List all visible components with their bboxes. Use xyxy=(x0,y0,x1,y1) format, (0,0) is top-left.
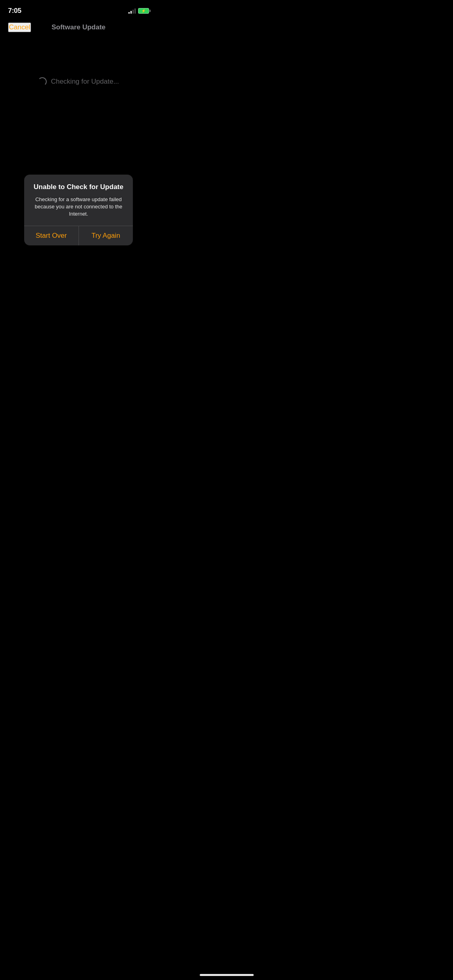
alert-buttons: Start Over Try Again xyxy=(24,226,133,245)
alert-message: Checking for a software update failed be… xyxy=(31,196,126,218)
try-again-button[interactable]: Try Again xyxy=(79,226,133,245)
start-over-button[interactable]: Start Over xyxy=(24,226,79,245)
alert-overlay: Unable to Check for Update Checking for … xyxy=(0,0,157,340)
alert-content: Unable to Check for Update Checking for … xyxy=(24,175,133,226)
alert-title: Unable to Check for Update xyxy=(31,183,126,191)
alert-dialog: Unable to Check for Update Checking for … xyxy=(24,175,133,245)
